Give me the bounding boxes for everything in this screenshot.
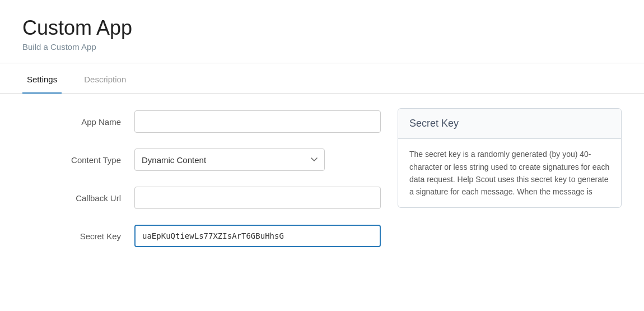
form-area: App Name Content Type Dynamic Content St… xyxy=(0,94,644,263)
app-name-row: App Name xyxy=(22,110,386,133)
tab-description[interactable]: Description xyxy=(80,66,130,93)
content-type-row: Content Type Dynamic Content Static Cont… xyxy=(22,148,386,171)
app-name-input[interactable] xyxy=(134,110,381,133)
tab-settings[interactable]: Settings xyxy=(22,66,62,93)
content-type-label: Content Type xyxy=(22,155,134,165)
callback-url-input[interactable] xyxy=(134,187,381,209)
tab-bar: Settings Description xyxy=(0,66,644,94)
callback-url-label: Callback Url xyxy=(22,193,134,203)
header: Custom App Build a Custom App xyxy=(0,0,644,63)
content-type-select[interactable]: Dynamic Content Static Content xyxy=(134,148,325,171)
info-panel-title: Secret Key xyxy=(409,118,610,129)
app-name-label: App Name xyxy=(22,117,134,127)
page-title: Custom App xyxy=(22,16,622,40)
secret-key-row: Secret Key xyxy=(22,225,386,247)
secret-key-input[interactable] xyxy=(134,225,381,247)
info-panel-body: The secret key is a randomly generated (… xyxy=(398,139,621,207)
info-panel: Secret Key The secret key is a randomly … xyxy=(398,108,622,208)
page-subtitle: Build a Custom App xyxy=(22,42,622,52)
callback-url-row: Callback Url xyxy=(22,187,386,209)
form-fields: App Name Content Type Dynamic Content St… xyxy=(22,110,386,263)
info-panel-header: Secret Key xyxy=(398,109,621,139)
secret-key-label: Secret Key xyxy=(22,231,134,241)
